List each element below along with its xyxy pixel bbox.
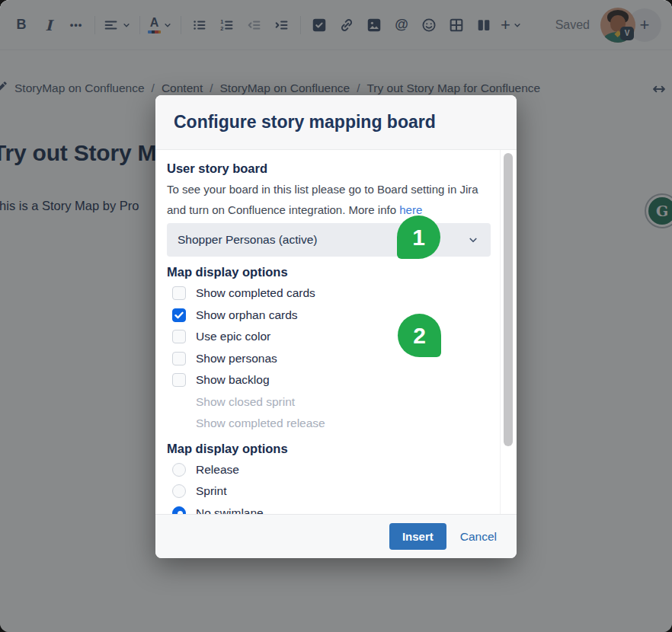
cancel-button[interactable]: Cancel [460,530,497,544]
checkbox[interactable] [172,352,186,365]
app-window: B I ••• A 12 [0,0,672,632]
board-select-dropdown[interactable]: Shopper Personas (active) [167,223,491,257]
checkbox-row[interactable]: Show orphan cards [167,305,491,327]
radio-label: Release [196,463,239,477]
modal-title: Configure story mapping board [174,112,436,132]
checkbox-label: Show completed cards [196,286,315,300]
radio-label: Sprint [196,484,227,498]
display-options-heading: Map display options [167,264,491,279]
checkbox-row[interactable]: Use epic color [167,326,491,348]
swimlane-options-heading: Map display options [167,441,491,456]
checkbox-label: Show personas [196,352,277,365]
radio-row[interactable]: Release [167,459,491,481]
radio-row[interactable]: No swimlane [167,503,491,515]
radio-button[interactable] [172,506,186,514]
radio-label: No swimlane [196,506,264,514]
radio-row[interactable]: Sprint [167,480,491,503]
checkbox[interactable] [172,286,186,300]
modal-header: Configure story mapping board [155,95,517,150]
checkbox-label: Show closed sprint [196,395,295,409]
checkbox[interactable] [172,330,186,343]
chevron-down-icon [466,233,480,247]
checkbox-row[interactable]: Show closed sprint [167,391,491,413]
checkbox[interactable] [172,308,186,322]
checkbox-label: Show backlog [196,373,270,387]
board-section-heading: User story board [167,161,491,176]
checkbox-label: Use epic color [196,330,270,343]
check-icon [174,311,184,319]
configure-board-modal: Configure story mapping board User story… [155,95,517,558]
board-description: To see your board in this list please go… [167,179,491,220]
checkbox-label: Show orphan cards [196,308,298,322]
radio-button[interactable] [172,484,186,498]
insert-button[interactable]: Insert [389,523,446,550]
more-info-link[interactable]: here [399,203,422,216]
checkbox-label: Show completed release [196,417,325,430]
modal-footer: Insert Cancel [155,514,517,558]
modal-scrollbar[interactable] [504,153,513,446]
modal-body: User story board To see your board in th… [155,150,517,514]
step-badge-2: 2 [398,314,441,357]
display-options-list: Show completed cards Show orphan cards [167,282,491,435]
checkbox[interactable] [172,373,186,387]
radio-button[interactable] [172,463,186,477]
step-badge-1: 1 [397,215,440,259]
swimlane-options-list: Release Sprint No swimlane [167,459,491,515]
checkbox-row[interactable]: Show personas [167,348,491,370]
checkbox-row[interactable]: Show completed cards [167,282,491,305]
checkbox-row[interactable]: Show completed release [167,413,491,435]
board-select-value: Shopper Personas (active) [178,233,318,247]
checkbox-row[interactable]: Show backlog [167,369,491,391]
scrollbar-gutter [500,150,501,514]
